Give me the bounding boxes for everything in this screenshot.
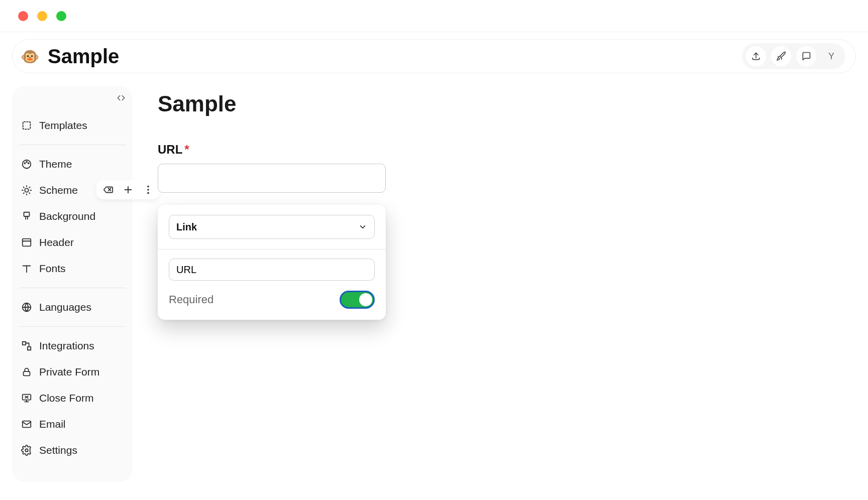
sidebar-item-background[interactable]: Background: [19, 203, 126, 229]
sidebar-item-label: Background: [39, 210, 95, 222]
add-icon[interactable]: [123, 184, 134, 195]
svg-point-6: [25, 188, 28, 192]
mail-icon: [21, 419, 32, 430]
app-logo-icon: 🐵: [20, 46, 40, 66]
url-field-label: URL*: [158, 143, 856, 157]
sidebar-item-scheme[interactable]: Scheme: [19, 177, 126, 203]
palette-icon: [21, 159, 32, 170]
required-label: Required: [169, 293, 213, 306]
required-row: Required: [169, 291, 375, 309]
sidebar-collapse-button[interactable]: [117, 93, 126, 102]
sidebar-item-label: Email: [39, 418, 66, 430]
sidebar-item-label: Close Form: [39, 392, 94, 404]
sidebar-item-theme[interactable]: Theme: [19, 151, 126, 177]
window-maximize-button[interactable]: [56, 11, 66, 21]
svg-point-20: [147, 189, 149, 191]
svg-rect-28: [23, 342, 26, 345]
gear-icon: [21, 445, 32, 456]
chat-icon: [801, 51, 811, 61]
svg-point-3: [24, 163, 25, 164]
chevrons-icon: [117, 93, 126, 102]
more-icon[interactable]: [143, 184, 154, 195]
page-title: Sample: [158, 91, 856, 116]
sidebar-item-fonts[interactable]: Fonts: [19, 256, 126, 282]
svg-line-13: [24, 193, 24, 193]
sidebar-item-label: Header: [39, 236, 74, 248]
sidebar-item-templates[interactable]: Templates: [19, 112, 126, 139]
svg-point-4: [26, 162, 27, 163]
layout-icon: [21, 237, 32, 248]
sidebar-item-private-form[interactable]: Private Form: [19, 359, 126, 385]
sidebar-item-languages[interactable]: Languages: [19, 294, 126, 320]
user-avatar[interactable]: Y: [821, 46, 841, 66]
integrations-icon: [21, 340, 32, 351]
upload-icon: [751, 51, 761, 61]
sidebar-item-label: Languages: [39, 301, 91, 313]
svg-line-14: [29, 187, 30, 188]
field-settings-popover: Link Required: [158, 205, 386, 320]
sidebar-item-settings[interactable]: Settings: [19, 437, 126, 463]
sidebar-item-email[interactable]: Email: [19, 411, 126, 437]
window-close-button[interactable]: [18, 11, 28, 21]
brightness-icon: [21, 185, 32, 196]
content-area: Sample URL* Link Required: [158, 86, 856, 320]
url-input[interactable]: [158, 164, 386, 193]
field-type-selected-label: Link: [176, 221, 197, 233]
main-layout: Templates Theme Scheme: [0, 73, 868, 481]
sidebar: Templates Theme Scheme: [12, 86, 133, 481]
comments-button[interactable]: [796, 46, 816, 66]
type-icon: [21, 263, 32, 274]
globe-icon: [21, 302, 32, 313]
app-title: Sample: [48, 45, 119, 68]
sidebar-item-header[interactable]: Header: [19, 229, 126, 256]
field-label-input[interactable]: [169, 259, 375, 281]
brush-icon: [21, 211, 32, 222]
svg-line-11: [24, 187, 24, 188]
required-toggle[interactable]: [340, 291, 375, 309]
sidebar-item-label: Theme: [39, 158, 72, 170]
sidebar-item-label: Templates: [39, 119, 87, 132]
topbar-actions: Y: [742, 43, 845, 69]
field-type-select[interactable]: Link: [169, 215, 375, 239]
svg-rect-1: [23, 122, 31, 130]
sidebar-item-label: Integrations: [39, 340, 94, 352]
scheme-row-actions: [96, 180, 160, 199]
lock-icon: [21, 366, 32, 378]
templates-icon: [21, 120, 32, 131]
svg-rect-22: [24, 212, 30, 216]
svg-point-37: [25, 449, 28, 452]
svg-point-19: [147, 186, 149, 188]
publish-button[interactable]: [771, 46, 791, 66]
sidebar-item-integrations[interactable]: Integrations: [19, 333, 126, 359]
window-minimize-button[interactable]: [37, 11, 47, 21]
popover-divider: [158, 249, 386, 249]
svg-line-12: [29, 193, 30, 193]
monitor-x-icon: [21, 393, 32, 404]
delete-icon[interactable]: [102, 184, 114, 195]
svg-point-5: [28, 163, 29, 164]
chevron-down-icon: [358, 222, 367, 231]
sidebar-item-label: Settings: [39, 444, 77, 456]
svg-rect-23: [23, 239, 31, 246]
topbar: 🐵 Sample Y: [12, 39, 856, 73]
share-button[interactable]: [746, 46, 766, 66]
sidebar-item-label: Scheme: [39, 184, 78, 196]
sidebar-item-label: Private Form: [39, 366, 99, 378]
rocket-icon: [776, 51, 786, 61]
svg-rect-29: [28, 347, 31, 350]
required-asterisk: *: [184, 143, 189, 156]
window-controls: [0, 0, 868, 32]
sidebar-item-label: Fonts: [39, 263, 66, 275]
svg-rect-30: [24, 371, 30, 376]
url-label-text: URL: [158, 143, 182, 156]
sidebar-item-close-form[interactable]: Close Form: [19, 385, 126, 411]
svg-point-21: [147, 192, 149, 194]
